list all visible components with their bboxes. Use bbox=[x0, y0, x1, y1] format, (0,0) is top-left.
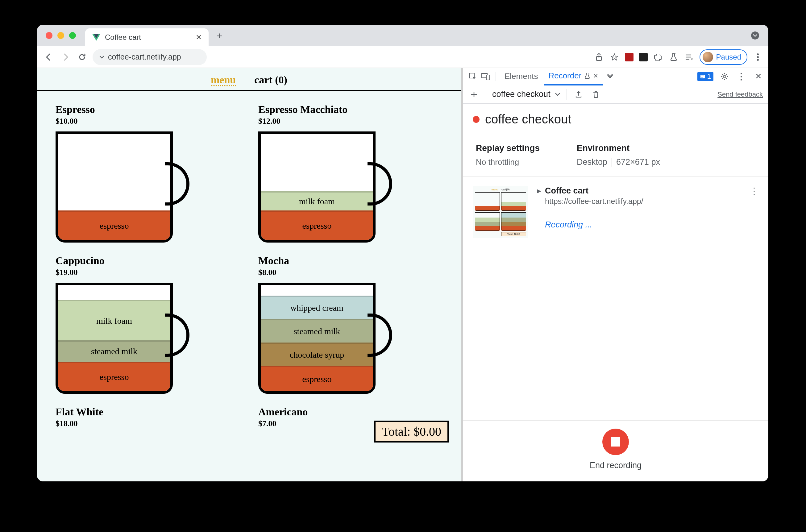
new-tab-button[interactable]: ＋ bbox=[212, 28, 227, 43]
settings-gear-icon[interactable] bbox=[719, 71, 730, 82]
item-price: $12.00 bbox=[258, 117, 442, 126]
svg-rect-8 bbox=[486, 75, 490, 80]
back-button[interactable] bbox=[43, 51, 55, 63]
layer-label: espresso bbox=[100, 372, 129, 382]
svg-point-12 bbox=[723, 75, 726, 78]
cup-handle-icon bbox=[165, 162, 190, 206]
menu-item-mocha: Mocha $8.00 whipped cream steamed milk c… bbox=[258, 255, 442, 397]
labs-flask-icon[interactable] bbox=[669, 52, 678, 62]
reload-button[interactable] bbox=[76, 51, 88, 63]
vue-favicon-icon bbox=[92, 33, 101, 42]
coffee-cup[interactable]: milk foam steamed milk espresso bbox=[56, 283, 188, 397]
send-feedback-link[interactable]: Send feedback bbox=[717, 90, 763, 98]
omnibox[interactable]: coffee-cart.netlify.app bbox=[93, 49, 207, 65]
step-kebab-icon[interactable]: ⋮ bbox=[750, 186, 759, 196]
layer-label: espresso bbox=[100, 221, 129, 231]
nav-menu-link[interactable]: menu bbox=[211, 74, 236, 86]
environment-block[interactable]: Environment Desktop 672×671 px bbox=[577, 143, 660, 167]
flask-icon bbox=[584, 73, 590, 79]
svg-point-3 bbox=[757, 53, 759, 55]
coffee-cup[interactable]: espresso bbox=[56, 131, 188, 246]
avatar-icon bbox=[703, 52, 713, 62]
menu-item-flatwhite: Flat White $18.00 bbox=[56, 406, 240, 428]
new-recording-button[interactable] bbox=[468, 89, 480, 100]
item-price: $18.00 bbox=[56, 419, 240, 428]
extension-icon[interactable] bbox=[639, 53, 648, 61]
svg-rect-9 bbox=[701, 75, 705, 78]
minimize-window-button[interactable] bbox=[57, 32, 64, 39]
close-tab-icon[interactable]: ✕ bbox=[593, 72, 598, 80]
recording-heading: coffee checkout bbox=[463, 104, 768, 135]
recording-selector[interactable]: coffee checkout bbox=[492, 90, 560, 99]
devtools-tabs: Elements Recorder ✕ 1 bbox=[463, 68, 768, 85]
address-bar: coffee-cart.netlify.app bbox=[37, 46, 768, 68]
paused-label: Paused bbox=[716, 53, 741, 61]
forward-button[interactable] bbox=[59, 51, 72, 63]
svg-rect-11 bbox=[701, 77, 703, 77]
layer-label: milk foam bbox=[299, 196, 335, 206]
cup-handle-icon bbox=[367, 162, 392, 206]
more-tabs-icon[interactable] bbox=[604, 71, 616, 82]
window-controls bbox=[46, 32, 76, 39]
tab-list-button[interactable] bbox=[751, 32, 759, 39]
share-icon[interactable] bbox=[594, 52, 604, 62]
item-price: $8.00 bbox=[258, 268, 442, 277]
close-devtools-icon[interactable]: ✕ bbox=[753, 71, 764, 82]
cup-handle-icon bbox=[367, 314, 392, 357]
item-price: $19.00 bbox=[56, 268, 240, 277]
item-name: Flat White bbox=[56, 406, 240, 418]
maximize-window-button[interactable] bbox=[69, 32, 76, 39]
end-recording-label: End recording bbox=[590, 461, 641, 470]
extension-icon[interactable] bbox=[625, 53, 634, 61]
recording-steps: menucart(0) Total: $0.00 ▸ Coffee cart bbox=[463, 176, 768, 247]
total-box[interactable]: Total: $0.00 bbox=[374, 421, 449, 442]
end-recording-button[interactable] bbox=[602, 429, 629, 455]
tab-title: Coffee cart bbox=[105, 33, 141, 42]
menu-item-macchiato: Espresso Macchiato $12.00 milk foam espr… bbox=[258, 104, 442, 246]
site-info-icon[interactable] bbox=[99, 55, 104, 59]
recorder-footer: End recording bbox=[463, 420, 768, 481]
menu-item-espresso: Espresso $10.00 espresso bbox=[56, 104, 240, 246]
replay-settings-block[interactable]: Replay settings No throttling bbox=[476, 143, 540, 167]
layer-label: whipped cream bbox=[290, 303, 343, 313]
devtools-panel: Elements Recorder ✕ 1 bbox=[463, 68, 768, 481]
step-thumbnail: menucart(0) Total: $0.00 bbox=[473, 186, 528, 238]
chevron-down-icon bbox=[555, 93, 560, 96]
profile-paused-chip[interactable]: Paused bbox=[699, 50, 747, 65]
inspect-element-icon[interactable] bbox=[467, 71, 478, 82]
page-nav: menu cart (0) bbox=[37, 68, 461, 91]
tab-recorder[interactable]: Recorder ✕ bbox=[544, 67, 603, 86]
menu-item-cappucino: Cappucino $19.00 milk foam steamed milk … bbox=[56, 255, 240, 397]
issues-badge[interactable]: 1 bbox=[697, 72, 713, 81]
close-window-button[interactable] bbox=[46, 32, 53, 39]
coffee-cup[interactable]: whipped cream steamed milk chocolate syr… bbox=[258, 283, 391, 397]
bookmark-star-icon[interactable] bbox=[610, 52, 619, 62]
browser-tab[interactable]: Coffee cart ✕ bbox=[85, 28, 209, 46]
step-row[interactable]: ▸ Coffee cart bbox=[537, 186, 741, 196]
browser-window: Coffee cart ✕ ＋ coffee-cart bbox=[37, 25, 768, 481]
toolbar-right: Paused bbox=[594, 50, 763, 65]
url-text: coffee-cart.netlify.app bbox=[108, 53, 181, 61]
stop-icon bbox=[611, 437, 620, 446]
item-name: Espresso Macchiato bbox=[258, 104, 442, 115]
layer-label: espresso bbox=[302, 221, 332, 231]
kebab-menu-icon[interactable] bbox=[753, 52, 763, 62]
export-icon[interactable] bbox=[573, 89, 584, 100]
layer-label: espresso bbox=[302, 374, 332, 384]
svg-rect-10 bbox=[701, 76, 704, 76]
device-toggle-icon[interactable] bbox=[480, 71, 491, 82]
reading-list-icon[interactable] bbox=[684, 52, 694, 62]
nav-cart-link[interactable]: cart (0) bbox=[254, 74, 287, 86]
layer-label: chocolate syrup bbox=[290, 350, 344, 360]
item-name: Espresso bbox=[56, 104, 240, 115]
tab-elements[interactable]: Elements bbox=[500, 68, 542, 85]
close-tab-icon[interactable]: ✕ bbox=[196, 33, 202, 42]
coffee-cup[interactable]: milk foam espresso bbox=[258, 131, 391, 246]
extensions-puzzle-icon[interactable] bbox=[653, 52, 663, 62]
cup-handle-icon bbox=[165, 314, 190, 357]
titlebar: Coffee cart ✕ ＋ bbox=[37, 25, 768, 46]
delete-icon[interactable] bbox=[590, 89, 601, 100]
kebab-menu-icon[interactable]: ⋮ bbox=[736, 71, 747, 82]
layer-label: steamed milk bbox=[294, 326, 340, 336]
expand-triangle-icon[interactable]: ▸ bbox=[537, 186, 541, 196]
